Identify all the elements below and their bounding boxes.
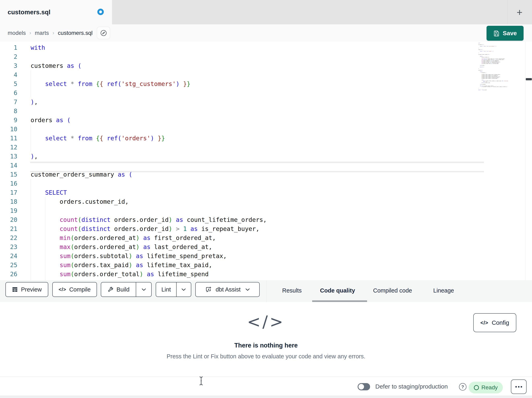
lint-button[interactable]: Lint bbox=[156, 282, 176, 297]
editor-toolbar: Preview </> Compile Build Lint bbox=[0, 281, 532, 302]
build-dropdown-button[interactable] bbox=[136, 282, 151, 297]
build-button[interactable]: Build bbox=[101, 282, 136, 297]
toolbar-tabs-divider bbox=[266, 281, 266, 302]
empty-state-title: There is nothing here bbox=[0, 342, 532, 349]
unsaved-changes-indicator bbox=[97, 9, 104, 15]
status-badge[interactable]: Ready bbox=[469, 382, 503, 393]
file-tab-title: customers.sql bbox=[8, 9, 51, 16]
chevron-down-icon bbox=[181, 288, 186, 291]
tab-bar: customers.sql + bbox=[0, 0, 532, 24]
lint-button-label: Lint bbox=[161, 286, 171, 293]
breadcrumb-row: models › marts › customers.sql Save bbox=[0, 24, 532, 41]
code-lines[interactable]: withcustomers as ( select * from {{ ref(… bbox=[0, 43, 532, 281]
wrench-icon bbox=[108, 287, 114, 293]
new-tab-button[interactable]: + bbox=[511, 0, 528, 24]
tab-lineage[interactable]: Lineage bbox=[433, 281, 454, 300]
tab-compiled-code-label: Compiled code bbox=[373, 287, 412, 294]
lint-dropdown-button[interactable] bbox=[177, 282, 191, 297]
tabbar-divider bbox=[507, 0, 507, 24]
defer-label: Defer to staging/production bbox=[375, 377, 448, 396]
ellipsis-icon: ••• bbox=[515, 384, 523, 390]
active-tab-underline bbox=[312, 300, 367, 302]
code-brackets-icon: </> bbox=[58, 287, 66, 292]
build-button-label: Build bbox=[116, 286, 130, 293]
status-ready-icon bbox=[474, 385, 479, 390]
preview-table-icon bbox=[12, 287, 18, 293]
build-split-button: Build bbox=[101, 282, 152, 297]
ide-window: customers.sql + models › marts › custome… bbox=[0, 0, 532, 398]
tab-results[interactable]: Results bbox=[282, 281, 302, 300]
config-button[interactable]: </> Config bbox=[473, 313, 516, 332]
help-icon-glyph: ? bbox=[461, 384, 464, 390]
save-button-label: Save bbox=[503, 30, 517, 37]
compass-icon bbox=[100, 29, 108, 37]
breadcrumb-models[interactable]: models bbox=[8, 30, 26, 36]
defer-toggle[interactable] bbox=[358, 383, 370, 390]
breadcrumb-current-file: customers.sql bbox=[58, 30, 93, 36]
text-cursor-icon bbox=[199, 376, 203, 385]
preview-button-label: Preview bbox=[21, 286, 42, 293]
code-brackets-icon: </> bbox=[0, 313, 532, 331]
breadcrumb-separator: › bbox=[52, 30, 54, 36]
config-button-label: Config bbox=[492, 319, 509, 326]
chevron-down-icon bbox=[142, 288, 146, 291]
minimap-content: withcustomers as ( select * from {{ ref(… bbox=[478, 43, 508, 90]
tab-lineage-label: Lineage bbox=[433, 287, 454, 294]
file-tab[interactable]: customers.sql bbox=[0, 0, 112, 24]
dbt-assist-button-label: dbt Assist bbox=[216, 286, 241, 293]
compile-button-label: Compile bbox=[69, 286, 90, 293]
breadcrumb-separator: › bbox=[29, 30, 31, 36]
chevron-down-icon bbox=[245, 288, 250, 291]
assist-chat-icon bbox=[205, 286, 212, 293]
breadcrumb: models › marts › customers.sql bbox=[8, 24, 93, 41]
help-icon[interactable]: ? bbox=[459, 383, 466, 391]
tab-code-quality-label: Code quality bbox=[320, 287, 355, 294]
dbt-assist-button[interactable]: dbt Assist bbox=[195, 282, 260, 297]
empty-state-subtitle: Press the Lint or Fix button above to ev… bbox=[0, 353, 532, 360]
toggle-knob bbox=[358, 384, 364, 390]
more-options-button[interactable]: ••• bbox=[511, 379, 526, 394]
tab-results-label: Results bbox=[282, 287, 302, 294]
save-button[interactable]: Save bbox=[487, 26, 524, 41]
minimap[interactable]: withcustomers as ( select * from {{ ref(… bbox=[478, 43, 508, 91]
explore-lineage-button[interactable] bbox=[97, 26, 110, 39]
tab-compiled-code[interactable]: Compiled code bbox=[373, 281, 412, 300]
scrollbar-thumb[interactable] bbox=[526, 78, 532, 80]
window-footer-edge bbox=[0, 396, 532, 398]
tab-code-quality[interactable]: Code quality bbox=[320, 281, 355, 300]
code-editor[interactable]: 1234567891011121314151617181920212223242… bbox=[0, 41, 532, 281]
breadcrumb-marts[interactable]: marts bbox=[35, 30, 49, 36]
preview-button[interactable]: Preview bbox=[6, 282, 48, 297]
status-badge-label: Ready bbox=[481, 384, 498, 391]
lint-split-button: Lint bbox=[156, 282, 191, 297]
save-icon bbox=[493, 30, 500, 36]
editor-scrollbar[interactable] bbox=[525, 41, 532, 281]
plus-icon: + bbox=[517, 7, 522, 18]
code-brackets-icon: </> bbox=[481, 320, 488, 326]
status-bar: Defer to staging/production ? Ready ••• bbox=[0, 377, 532, 396]
compile-button[interactable]: </> Compile bbox=[52, 282, 97, 297]
code-quality-panel: </> There is nothing here Press the Lint… bbox=[0, 302, 532, 377]
